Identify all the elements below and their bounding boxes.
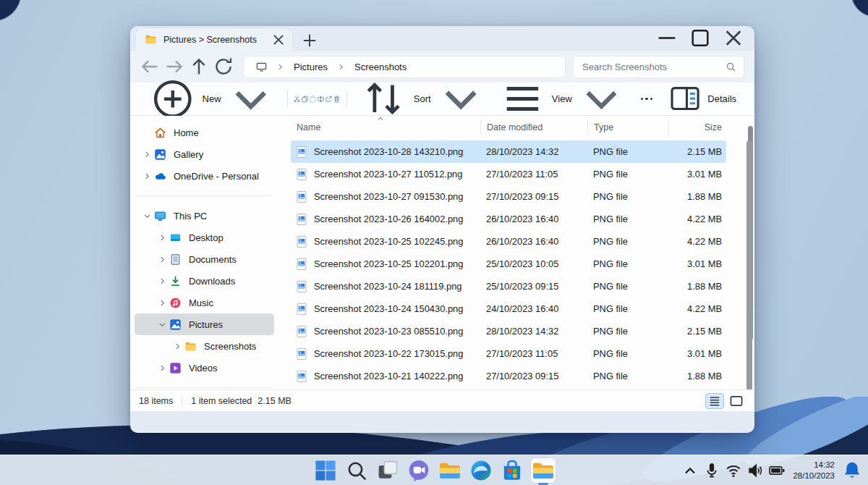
file-type: PNG file	[587, 214, 668, 224]
sidebar-item-pictures[interactable]: Pictures	[135, 313, 274, 335]
png-file-icon	[295, 347, 308, 360]
expander-chevron-icon[interactable]	[156, 233, 169, 242]
sidebar-item-downloads[interactable]: Downloads	[135, 270, 274, 292]
sidebar-item-onedrive-personal[interactable]: OneDrive - Personal	[135, 165, 274, 187]
expander-chevron-icon[interactable]	[140, 150, 154, 159]
expander-chevron-icon[interactable]	[156, 255, 169, 264]
expander-chevron-icon[interactable]	[140, 172, 154, 181]
expander-chevron-icon[interactable]	[171, 342, 184, 351]
sidebar-item-videos[interactable]: Videos	[135, 357, 274, 379]
microphone-icon[interactable]	[703, 462, 720, 479]
more-options-button[interactable]	[632, 98, 662, 101]
expander-chevron-icon[interactable]	[156, 277, 169, 286]
taskbar-search-button[interactable]	[344, 458, 369, 483]
file-name: Screenshot 2023-10-25 102245.png	[314, 236, 463, 247]
png-file-icon	[295, 235, 308, 248]
task-view-button[interactable]	[375, 458, 400, 483]
search-input[interactable]	[582, 62, 726, 72]
png-file-icon	[295, 190, 308, 203]
delete-button[interactable]	[333, 87, 341, 111]
sort-button[interactable]: Sort	[352, 87, 492, 111]
maximize-button[interactable]	[684, 26, 717, 50]
thumbnail-view-toggle[interactable]	[727, 393, 746, 409]
wifi-icon[interactable]	[725, 462, 742, 479]
microsoft-store-button[interactable]	[500, 458, 524, 483]
file-row[interactable]: Screenshot 2023-10-26 164002.png 26/10/2…	[291, 208, 726, 230]
column-headers: Name Date modified Type Size	[291, 116, 726, 139]
column-header-size[interactable]: Size	[668, 120, 726, 135]
sidebar-item-this-pc[interactable]: This PC	[135, 205, 274, 227]
breadcrumb-screenshots[interactable]: Screenshots	[351, 60, 410, 74]
tab-close-icon[interactable]	[271, 32, 286, 48]
file-list-scrollbar[interactable]	[746, 140, 752, 407]
battery-icon[interactable]	[768, 462, 786, 479]
sidebar-item-home[interactable]: Home	[135, 122, 274, 143]
expander-chevron-icon[interactable]	[140, 128, 154, 138]
file-date-modified: 27/10/2023 11:05	[480, 348, 587, 359]
file-size: 2.15 MB	[668, 146, 726, 157]
taskbar-clock[interactable]: 14:32 28/10/2023	[790, 460, 838, 481]
paste-button[interactable]	[309, 87, 317, 111]
file-type: PNG file	[587, 258, 668, 269]
file-row[interactable]: Screenshot 2023-10-25 102201.png 25/10/2…	[291, 253, 726, 275]
details-pane-button[interactable]: Details	[661, 87, 743, 111]
system-tray: 14:32 28/10/2023	[681, 460, 862, 481]
new-tab-button[interactable]	[301, 32, 318, 49]
file-row[interactable]: Screenshot 2023-10-25 102245.png 26/10/2…	[291, 230, 726, 253]
png-file-icon	[295, 168, 308, 181]
view-button[interactable]: View	[492, 87, 632, 111]
expander-chevron-icon[interactable]	[156, 298, 169, 308]
file-row[interactable]: Screenshot 2023-10-22 173015.png 27/10/2…	[291, 342, 726, 365]
sidebar-item-gallery[interactable]: Gallery	[135, 143, 274, 165]
file-row[interactable]: Screenshot 2023-10-27 091530.png 27/10/2…	[291, 185, 726, 208]
sidebar-item-desktop[interactable]: Desktop	[135, 227, 274, 248]
column-header-type[interactable]: Type	[587, 120, 668, 135]
close-button[interactable]	[717, 26, 750, 50]
details-view-toggle[interactable]	[705, 393, 724, 409]
file-explorer-button[interactable]	[438, 458, 462, 483]
file-row[interactable]: Screenshot 2023-10-24 150430.png 24/10/2…	[291, 298, 726, 320]
file-row[interactable]: Screenshot 2023-10-21 140222.png 27/10/2…	[291, 365, 726, 387]
documents-icon	[169, 253, 182, 266]
new-button[interactable]: New	[142, 87, 281, 111]
file-row[interactable]: Screenshot 2023-10-28 143210.png 28/10/2…	[291, 140, 726, 163]
file-row[interactable]: Screenshot 2023-10-27 110512.png 27/10/2…	[291, 163, 726, 185]
file-row[interactable]: Screenshot 2023-10-24 181119.png 25/10/2…	[291, 275, 726, 298]
onedrive-icon	[154, 170, 166, 182]
explorer-tab[interactable]: Pictures > Screenshots	[136, 28, 292, 51]
minimize-button[interactable]	[650, 26, 684, 50]
notification-bell-icon[interactable]	[842, 460, 862, 481]
search-icon	[726, 62, 736, 72]
chevron-up-icon[interactable]	[681, 462, 699, 479]
column-header-name[interactable]: Name	[291, 120, 480, 135]
png-file-icon	[295, 303, 308, 316]
cut-button[interactable]	[293, 87, 301, 111]
pictures-icon	[169, 319, 182, 331]
rename-button[interactable]	[317, 87, 325, 111]
breadcrumb-pictures[interactable]: Pictures	[290, 60, 331, 74]
windows-start-button[interactable]	[313, 458, 338, 483]
sidebar-item-music[interactable]: Music	[135, 292, 274, 313]
file-explorer-button[interactable]	[531, 458, 556, 483]
expander-chevron-icon[interactable]	[156, 363, 169, 373]
desktop-icon	[169, 232, 182, 244]
file-date-modified: 27/10/2023 09:15	[480, 191, 587, 202]
sidebar-item-screenshots[interactable]: Screenshots	[135, 335, 274, 357]
sidebar-item-documents[interactable]: Documents	[135, 248, 274, 270]
share-button[interactable]	[325, 87, 333, 111]
copy-button[interactable]	[301, 87, 309, 111]
expander-chevron-icon[interactable]	[140, 211, 154, 221]
file-row[interactable]: Screenshot 2023-10-23 085510.png 28/10/2…	[291, 320, 726, 342]
png-file-icon	[295, 213, 308, 226]
chat-button[interactable]	[407, 458, 431, 483]
window-controls	[650, 26, 750, 51]
windows-start-icon	[313, 458, 338, 483]
expander-chevron-icon[interactable]	[156, 320, 169, 329]
task-view-icon	[375, 458, 400, 483]
file-date-modified: 28/10/2023 14:32	[480, 326, 587, 337]
file-name: Screenshot 2023-10-28 143210.png	[314, 146, 463, 157]
volume-icon[interactable]	[746, 462, 764, 479]
edge-button[interactable]	[469, 458, 493, 483]
column-header-date[interactable]: Date modified	[480, 120, 587, 135]
tab-strip: Pictures > Screenshots	[130, 26, 754, 51]
